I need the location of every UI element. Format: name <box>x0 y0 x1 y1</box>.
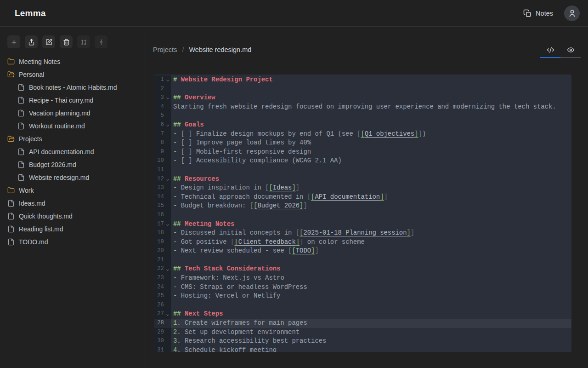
editor-line[interactable]: 25- Hosting: Vercel or Netlify <box>154 292 571 301</box>
notes-nav[interactable]: Notes <box>523 9 553 17</box>
editor-line[interactable]: 12## Resources <box>154 175 571 184</box>
code-line-content[interactable]: - [ ] Improve page load times by 40% <box>171 138 571 148</box>
code-line-content[interactable]: ## Tech Stack Considerations <box>171 264 571 274</box>
fold-chevron-down-icon[interactable] <box>164 222 171 227</box>
sidebar-item-recipe-thai-curry-md[interactable]: Recipe - Thai curry.md <box>0 94 145 107</box>
sidebar-item-ideas-md[interactable]: Ideas.md <box>0 197 145 210</box>
editor-line[interactable]: 9- [ ] Mobile-first responsive design <box>154 148 571 157</box>
editor-line[interactable]: 15- Budget breakdown: [[Budget 2026]] <box>154 201 571 211</box>
code-line-content[interactable]: # Website Redesign Project <box>171 75 571 85</box>
code-line-content[interactable]: - [ ] Finalize design mockups by end of … <box>171 130 571 139</box>
code-line-content[interactable]: - Budget breakdown: [[Budget 2026]] <box>171 201 571 211</box>
editor-line[interactable]: 4Starting fresh website redesign focused… <box>154 103 571 112</box>
avatar[interactable] <box>564 6 580 21</box>
editor-line[interactable]: 303. Research accessibility best practic… <box>154 337 571 346</box>
editor-line[interactable]: 7- [ ] Finalize design mockups by end of… <box>154 130 571 139</box>
editor-line[interactable]: 3## Overview <box>154 93 571 103</box>
code-line-content[interactable] <box>171 85 571 94</box>
editor-line[interactable]: 5 <box>154 111 571 121</box>
editor-line[interactable]: 21 <box>154 256 571 265</box>
code-line-content[interactable] <box>171 301 571 310</box>
editor-line[interactable]: 314. Schedule kickoff meeting <box>154 346 571 352</box>
sidebar-item-meeting-notes[interactable]: Meeting Notes <box>0 55 145 68</box>
code-line-content[interactable]: - Design inspiration in [[Ideas]] <box>171 184 571 193</box>
tab-code-view[interactable] <box>540 44 560 56</box>
wiki-link[interactable]: Client feedback <box>238 238 296 246</box>
editor-line[interactable]: 292. Set up development environment <box>154 328 571 337</box>
code-line-content[interactable] <box>171 211 571 220</box>
sidebar-item-budget-2026-md[interactable]: Budget 2026.md <box>0 158 145 171</box>
editor-line[interactable]: 281. Create wireframes for main pages <box>154 319 571 328</box>
sidebar-item-personal[interactable]: Personal <box>0 68 145 81</box>
code-line-content[interactable]: 1. Create wireframes for main pages <box>171 319 571 328</box>
code-line-content[interactable]: - Discussed initial concepts in [[2025-0… <box>171 229 571 238</box>
editor-line[interactable]: 2 <box>154 85 571 94</box>
tab-preview[interactable] <box>560 44 581 56</box>
sidebar-item-quick-thoughts-md[interactable]: Quick thoughts.md <box>0 210 145 223</box>
markdown-editor[interactable]: 1# Website Redesign Project23## Overview… <box>154 75 571 352</box>
code-line-content[interactable]: Starting fresh website redesign focused … <box>171 103 571 112</box>
sidebar-item-website-redesign-md[interactable]: Website redesign.md <box>0 171 145 184</box>
code-line-content[interactable]: 3. Research accessibility best practices <box>171 337 571 346</box>
code-line-content[interactable]: - Framework: Next.js vs Astro <box>171 274 571 283</box>
code-line-content[interactable]: ## Overview <box>171 93 571 103</box>
code-line-content[interactable]: 2. Set up development environment <box>171 328 571 337</box>
code-line-content[interactable] <box>171 111 571 121</box>
fold-chevron-down-icon[interactable] <box>164 122 171 127</box>
code-line-content[interactable]: - Got positive [[Client feedback]] on co… <box>171 238 571 247</box>
fold-chevron-down-icon[interactable] <box>164 95 171 100</box>
editor-line[interactable]: 20- Next review scheduled - see [[TODO]] <box>154 247 571 256</box>
code-line-content[interactable]: ## Goals <box>171 121 571 130</box>
new-note-button[interactable] <box>7 35 20 48</box>
sidebar-item-projects[interactable]: Projects <box>0 132 145 145</box>
code-line-content[interactable]: ## Next Steps <box>171 310 571 319</box>
sidebar-item-vacation-planning-md[interactable]: Vacation planning.md <box>0 107 145 120</box>
editor-line[interactable]: 14- Technical approach documented in [[A… <box>154 193 571 202</box>
code-line-content[interactable] <box>171 256 571 265</box>
editor-line[interactable]: 26 <box>154 301 571 310</box>
editor-line[interactable]: 10- [ ] Accessibility compliance (WCAG 2… <box>154 156 571 166</box>
editor-line[interactable]: 6## Goals <box>154 121 571 130</box>
code-line-content[interactable] <box>171 166 571 175</box>
code-line-content[interactable]: - [ ] Mobile-first responsive design <box>171 148 571 157</box>
wiki-link[interactable]: Q1 objectives <box>365 130 414 138</box>
editor-line[interactable]: 18- Discussed initial concepts in [[2025… <box>154 229 571 238</box>
code-line-content[interactable]: ## Resources <box>171 175 571 184</box>
sidebar-item-todo-md[interactable]: TODO.md <box>0 236 145 248</box>
fold-chevron-down-icon[interactable] <box>164 77 171 82</box>
code-line-content[interactable]: 4. Schedule kickoff meeting <box>171 346 571 352</box>
fold-chevron-down-icon[interactable] <box>164 312 171 317</box>
edit-note-button[interactable] <box>42 35 55 48</box>
wiki-link[interactable]: Budget 2026 <box>257 202 300 209</box>
editor-line[interactable]: 24- CMS: Strapi or headless WordPress <box>154 283 571 292</box>
upload-button[interactable] <box>25 35 38 48</box>
code-line-content[interactable]: - CMS: Strapi or headless WordPress <box>171 283 571 292</box>
code-line-content[interactable]: - Technical approach documented in [[API… <box>171 193 571 202</box>
editor-line[interactable]: 8- [ ] Improve page load times by 40% <box>154 138 571 148</box>
editor-line[interactable]: 13- Design inspiration in [[Ideas]] <box>154 184 571 193</box>
wiki-link[interactable]: Ideas <box>273 184 292 191</box>
code-line-content[interactable]: - Next review scheduled - see [[TODO]] <box>171 247 571 256</box>
sidebar-item-api-documentation-md[interactable]: API documentation.md <box>0 145 145 158</box>
editor-line[interactable]: 17## Meeting Notes <box>154 220 571 229</box>
sidebar-item-workout-routine-md[interactable]: Workout routine.md <box>0 120 145 132</box>
wiki-link[interactable]: 2025-01-18 Planning session <box>303 229 407 236</box>
fold-chevron-down-icon[interactable] <box>164 177 171 182</box>
wiki-link[interactable]: TODO <box>296 247 311 254</box>
code-line-content[interactable]: - [ ] Accessibility compliance (WCAG 2.1… <box>171 156 571 166</box>
wiki-link[interactable]: API documentation <box>315 193 380 201</box>
editor-line[interactable]: 1# Website Redesign Project <box>154 75 571 85</box>
sidebar-item-work[interactable]: Work <box>0 184 145 197</box>
fold-chevron-down-icon[interactable] <box>164 267 171 272</box>
editor-line[interactable]: 11 <box>154 166 571 175</box>
editor-line[interactable]: 23- Framework: Next.js vs Astro <box>154 274 571 283</box>
editor-line[interactable]: 16 <box>154 211 571 220</box>
code-line-content[interactable]: ## Meeting Notes <box>171 220 571 229</box>
breadcrumb-folder[interactable]: Projects <box>153 46 177 53</box>
sidebar-item-book-notes-atomic-habits-md[interactable]: Book notes - Atomic Habits.md <box>0 81 145 94</box>
sidebar-item-reading-list-md[interactable]: Reading list.md <box>0 223 145 236</box>
editor-line[interactable]: 19- Got positive [[Client feedback]] on … <box>154 238 571 247</box>
editor-line[interactable]: 22## Tech Stack Considerations <box>154 264 571 274</box>
code-line-content[interactable]: - Hosting: Vercel or Netlify <box>171 292 571 301</box>
editor-line[interactable]: 27## Next Steps <box>154 310 571 319</box>
